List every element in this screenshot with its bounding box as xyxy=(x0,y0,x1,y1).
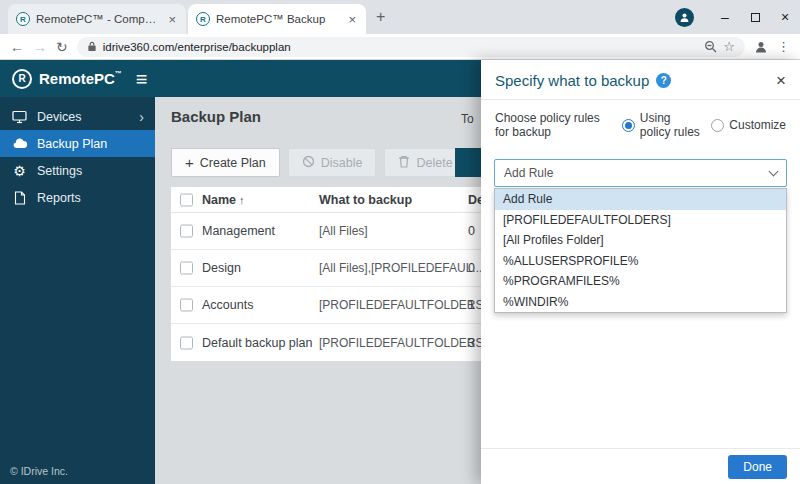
option-windir[interactable]: %WINDIR% xyxy=(495,292,786,313)
option-allusersprofile[interactable]: %ALLUSERSPROFILE% xyxy=(495,251,786,272)
browser-menu-icon[interactable]: ⋮ xyxy=(777,40,790,53)
disable-button[interactable]: Disable xyxy=(288,148,377,177)
plan-name[interactable]: Accounts xyxy=(202,298,253,312)
hamburger-menu-icon[interactable]: ≡ xyxy=(136,69,148,89)
gear-icon: ⚙ xyxy=(11,164,28,178)
create-plan-label: Create Plan xyxy=(200,156,266,170)
copyright-text: © IDrive Inc. xyxy=(10,465,68,477)
disable-label: Disable xyxy=(321,156,363,170)
option-profiledefaultfolders[interactable]: [PROFILEDEFAULTFOLDERS] xyxy=(495,210,786,231)
plan-name[interactable]: Management xyxy=(202,224,275,238)
policy-rules-label: Choose policy rules for backup xyxy=(495,111,613,139)
checkbox-icon xyxy=(180,336,193,349)
radio-customize[interactable]: Customize xyxy=(711,118,786,132)
plus-icon: + xyxy=(185,155,194,170)
tab-close-icon[interactable]: × xyxy=(346,12,358,27)
reload-button[interactable]: ↻ xyxy=(56,40,68,54)
plan-what-to-backup: [All Files] xyxy=(319,224,368,238)
monitor-icon xyxy=(11,110,28,124)
cloud-icon xyxy=(11,138,28,149)
option-add-rule[interactable]: Add Rule xyxy=(495,189,786,210)
row-checkbox[interactable] xyxy=(180,299,193,312)
sidebar-item-label: Backup Plan xyxy=(37,137,107,151)
policy-rules-row: Choose policy rules for backup Using pol… xyxy=(481,100,800,150)
document-icon xyxy=(11,191,28,205)
browser-window: R RemotePC™ - Computers × R RemotePC™ Ba… xyxy=(0,0,800,484)
tab-remotepc-computers[interactable]: R RemotePC™ - Computers × xyxy=(8,4,186,34)
panel-header: Specify what to backup ? × xyxy=(481,60,800,99)
plan-what-to-backup: [PROFILEDEFAULTFOLDERS] xyxy=(319,298,487,312)
radio-label[interactable]: Using policy rules xyxy=(640,111,702,139)
browser-tab-strip: R RemotePC™ - Computers × R RemotePC™ Ba… xyxy=(0,0,800,34)
radio-selected-icon xyxy=(622,119,635,132)
plan-toolbar: + Create Plan Disable Delete xyxy=(171,148,467,177)
url-text[interactable]: idrive360.com/enterprise/backupplan xyxy=(103,41,699,53)
zoom-icon[interactable] xyxy=(704,40,717,53)
remotepc-favicon-icon: R xyxy=(196,12,210,26)
option-all-profiles-folder[interactable]: [All Profiles Folder] xyxy=(495,230,786,251)
plan-name[interactable]: Default backup plan xyxy=(202,336,313,350)
checkbox-icon xyxy=(180,299,193,312)
new-tab-button[interactable]: + xyxy=(376,8,385,26)
plan-what-to-backup: [All Files],[PROFILEDEFAUL... xyxy=(319,261,482,275)
window-controls: – × xyxy=(675,0,800,34)
forward-button[interactable]: → xyxy=(33,40,47,54)
lock-icon[interactable] xyxy=(87,41,97,52)
column-header-name[interactable]: Name↑ xyxy=(202,193,245,207)
add-rule-select[interactable]: Add Rule xyxy=(494,159,787,187)
rule-options-listbox: Add Rule [PROFILEDEFAULTFOLDERS] [All Pr… xyxy=(494,188,787,313)
radio-using-policy-rules[interactable]: Using policy rules xyxy=(622,111,702,139)
sidebar-item-devices[interactable]: Devices › xyxy=(0,103,155,130)
row-checkbox[interactable] xyxy=(180,336,193,349)
create-plan-button[interactable]: + Create Plan xyxy=(171,148,280,177)
minimize-button[interactable]: – xyxy=(710,0,740,34)
url-bar[interactable]: idrive360.com/enterprise/backupplan ☆ xyxy=(77,37,745,57)
bookmark-star-icon[interactable]: ☆ xyxy=(723,40,735,53)
back-button[interactable]: ← xyxy=(10,40,24,54)
checkbox-icon xyxy=(180,225,193,238)
sidebar-item-label: Settings xyxy=(37,164,82,178)
checkbox-icon xyxy=(180,262,193,275)
tab-title: RemotePC™ Backup xyxy=(216,13,340,25)
option-programfiles[interactable]: %PROGRAMFILES% xyxy=(495,271,786,292)
close-panel-icon[interactable]: × xyxy=(776,72,786,89)
browser-profile-avatar[interactable] xyxy=(675,8,694,27)
maximize-icon xyxy=(751,13,760,22)
remotepc-logo-icon: R xyxy=(12,69,32,89)
help-icon[interactable]: ? xyxy=(656,73,671,88)
tab-title: RemotePC™ - Computers xyxy=(36,13,160,25)
chevron-right-icon: › xyxy=(139,110,144,124)
partially-hidden-control[interactable] xyxy=(455,148,481,177)
row-checkbox[interactable] xyxy=(180,225,193,238)
sidebar-item-label: Devices xyxy=(37,110,81,124)
sidebar-item-backup-plan[interactable]: Backup Plan xyxy=(0,130,155,157)
close-window-button[interactable]: × xyxy=(770,0,800,34)
sidebar-item-reports[interactable]: Reports xyxy=(0,184,155,211)
specify-backup-panel: Specify what to backup ? × Choose policy… xyxy=(481,60,800,484)
remotepc-logo[interactable]: R RemotePC™ xyxy=(12,69,122,89)
done-button[interactable]: Done xyxy=(728,455,787,479)
page-title: Backup Plan xyxy=(171,108,261,125)
select-all-checkbox[interactable] xyxy=(180,193,193,206)
plan-device-count: 1 xyxy=(468,298,475,312)
remotepc-favicon-icon: R xyxy=(16,12,30,26)
prohibit-icon xyxy=(302,155,315,171)
radio-label[interactable]: Customize xyxy=(729,118,786,132)
plan-device-count: 0 xyxy=(468,224,475,238)
row-checkbox[interactable] xyxy=(180,262,193,275)
delete-label: Delete xyxy=(416,156,452,170)
browser-user-icon[interactable] xyxy=(754,40,768,54)
sidebar-item-settings[interactable]: ⚙ Settings xyxy=(0,157,155,184)
select-value: Add Rule xyxy=(504,166,553,180)
sidebar-item-label: Reports xyxy=(37,191,81,205)
maximize-button[interactable] xyxy=(740,0,770,34)
sort-up-icon: ↑ xyxy=(239,194,245,206)
tab-close-icon[interactable]: × xyxy=(166,12,178,27)
checkbox-icon xyxy=(180,193,193,206)
brand-name: RemotePC™ xyxy=(39,70,122,87)
sidebar: Devices › Backup Plan ⚙ Settings Reports… xyxy=(0,97,155,484)
truncated-total-text: To xyxy=(461,112,474,126)
plan-name[interactable]: Design xyxy=(202,261,241,275)
column-header-what-to-backup[interactable]: What to backup xyxy=(319,193,412,207)
tab-remotepc-backup[interactable]: R RemotePC™ Backup × xyxy=(188,4,366,34)
